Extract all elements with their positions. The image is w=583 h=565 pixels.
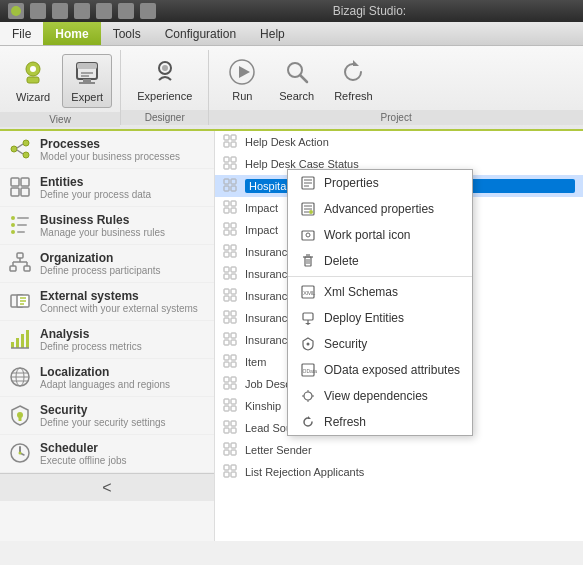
svg-rect-73: [231, 164, 236, 169]
entity-icon: [223, 266, 239, 282]
entity-icon: [223, 222, 239, 238]
context-menu-item-xml-schemas[interactable]: XML Xml Schemas: [288, 279, 472, 305]
svg-rect-84: [224, 230, 229, 235]
processes-icon: [8, 137, 32, 161]
sidebar-scheduler-title: Scheduler: [40, 441, 206, 455]
svg-text:XML: XML: [303, 290, 316, 296]
sidebar-collapse-button[interactable]: <: [0, 473, 214, 501]
list-item[interactable]: Help Desk Action: [215, 131, 583, 153]
experience-button[interactable]: Experience: [129, 54, 200, 106]
svg-rect-78: [224, 201, 229, 206]
svg-point-32: [11, 216, 15, 220]
refresh-menu-label: Refresh: [324, 415, 366, 429]
list-item[interactable]: Letter Sender: [215, 439, 583, 461]
context-menu-item-view-dependencies[interactable]: View dependencies: [288, 383, 472, 409]
svg-rect-125: [231, 450, 236, 455]
entity-icon: [223, 354, 239, 370]
context-menu-item-refresh[interactable]: Refresh: [288, 409, 472, 435]
svg-rect-76: [224, 186, 229, 191]
svg-rect-124: [224, 450, 229, 455]
svg-point-17: [162, 65, 168, 71]
title-bar: Bizagi Studio:: [0, 0, 583, 22]
svg-rect-126: [224, 465, 229, 470]
search-button[interactable]: Search: [271, 54, 322, 106]
title-bar-text: Bizagi Studio:: [164, 4, 575, 18]
entity-icon: [223, 200, 239, 216]
run-icon: [228, 58, 256, 86]
refresh-button[interactable]: Refresh: [326, 54, 381, 106]
svg-rect-107: [231, 355, 236, 360]
run-button[interactable]: Run: [217, 54, 267, 106]
list-item[interactable]: List Rejection Applicants: [215, 461, 583, 483]
sidebar-item-processes[interactable]: Processes Model your business processes: [0, 131, 214, 169]
context-menu-item-work-portal-icon[interactable]: Work portal icon: [288, 222, 472, 248]
sidebar-item-business-rules[interactable]: Business Rules Manage your business rule…: [0, 207, 214, 245]
svg-point-24: [23, 140, 29, 146]
entity-icon: [223, 442, 239, 458]
svg-rect-68: [224, 142, 229, 147]
sidebar-analysis-title: Analysis: [40, 327, 206, 341]
content-item-label: Help Desk Action: [245, 136, 575, 148]
entities-icon: [8, 175, 32, 199]
menu-item-tools[interactable]: Tools: [101, 22, 153, 45]
svg-point-154: [304, 392, 312, 400]
menu-item-help[interactable]: Help: [248, 22, 297, 45]
deploy-entities-label: Deploy Entities: [324, 311, 404, 325]
expert-button[interactable]: Expert: [62, 54, 112, 108]
context-menu-item-advanced-properties[interactable]: Advanced properties: [288, 196, 472, 222]
context-menu-item-odata[interactable]: OData OData exposed attributes: [288, 357, 472, 383]
view-dependencies-label: View dependencies: [324, 389, 428, 403]
context-menu-item-deploy-entities[interactable]: Deploy Entities: [288, 305, 472, 331]
security-menu-icon: [300, 336, 316, 352]
svg-rect-70: [224, 157, 229, 162]
sidebar-scheduler-subtitle: Execute offline jobs: [40, 455, 206, 466]
svg-rect-38: [17, 253, 23, 258]
sidebar-item-organization[interactable]: Organization Define process participants: [0, 245, 214, 283]
svg-rect-6: [143, 6, 153, 16]
sidebar-item-security[interactable]: Security Define your security settings: [0, 397, 214, 435]
advanced-properties-label: Advanced properties: [324, 202, 434, 216]
sidebar-business-rules-text: Business Rules Manage your business rule…: [40, 213, 206, 238]
svg-rect-119: [231, 421, 236, 426]
context-menu-item-security[interactable]: Security: [288, 331, 472, 357]
run-label: Run: [232, 90, 252, 102]
external-systems-icon: [8, 289, 32, 313]
context-menu-item-delete[interactable]: Delete: [288, 248, 472, 274]
svg-rect-5: [121, 6, 131, 16]
toolbar-group-project: Run Search Refresh: [209, 50, 583, 125]
menu-item-home[interactable]: Home: [43, 22, 100, 45]
organization-icon: [8, 251, 32, 275]
sidebar-processes-title: Processes: [40, 137, 206, 151]
context-menu-item-properties[interactable]: Properties: [288, 170, 472, 196]
svg-point-0: [11, 6, 21, 16]
svg-point-151: [307, 343, 310, 346]
svg-rect-82: [224, 223, 229, 228]
svg-rect-139: [302, 231, 314, 240]
svg-rect-108: [224, 362, 229, 367]
sidebar-business-rules-title: Business Rules: [40, 213, 206, 227]
sidebar-item-external-systems[interactable]: External systems Connect with your exter…: [0, 283, 214, 321]
sidebar-item-localization[interactable]: Localization Adapt languages and regions: [0, 359, 214, 397]
app-icon-7: [140, 3, 156, 19]
context-menu-divider: [288, 276, 472, 277]
svg-point-140: [306, 233, 310, 237]
wizard-button[interactable]: Wizard: [8, 55, 58, 107]
svg-rect-29: [21, 178, 29, 186]
sidebar-item-entities[interactable]: Entities Define your process data: [0, 169, 214, 207]
svg-rect-110: [224, 377, 229, 382]
sidebar-item-scheduler[interactable]: Scheduler Execute offline jobs: [0, 435, 214, 473]
experience-icon: [151, 58, 179, 86]
sidebar-security-subtitle: Define your security settings: [40, 417, 206, 428]
svg-rect-92: [224, 274, 229, 279]
svg-rect-114: [224, 399, 229, 404]
svg-rect-11: [77, 63, 97, 69]
svg-rect-93: [231, 274, 236, 279]
svg-rect-9: [27, 77, 39, 83]
menu-item-file[interactable]: File: [0, 22, 43, 45]
main-area: Processes Model your business processes …: [0, 131, 583, 541]
entity-icon: [223, 332, 239, 348]
menu-item-configuration[interactable]: Configuration: [153, 22, 248, 45]
sidebar-item-analysis[interactable]: Analysis Define process metrics: [0, 321, 214, 359]
svg-rect-109: [231, 362, 236, 367]
svg-point-8: [30, 66, 36, 72]
